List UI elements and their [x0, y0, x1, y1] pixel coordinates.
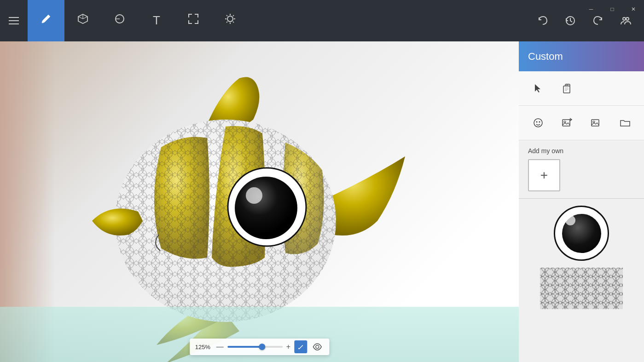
effects-icon [224, 13, 236, 28]
zoom-edit-button[interactable] [294, 340, 307, 353]
panel-import-image-tool[interactable] [586, 113, 606, 133]
svg-line-14 [233, 15, 234, 16]
panel-select-tool[interactable] [528, 78, 548, 98]
panel-tool-row1 [519, 71, 644, 106]
circle-icon [114, 13, 126, 28]
svg-rect-42 [592, 120, 599, 126]
panel-header: Custom [519, 41, 644, 71]
tool-3d-shapes[interactable] [64, 0, 101, 41]
panel-paste-tool[interactable] [557, 78, 578, 98]
zoom-bar: 125% — + [190, 339, 329, 355]
svg-line-12 [226, 15, 227, 16]
window-controls: ─ □ ✕ [580, 0, 644, 18]
canvas-icon [187, 13, 199, 28]
minimize-button[interactable]: ─ [580, 0, 602, 18]
svg-line-3 [83, 17, 87, 19]
panel-texture-list [519, 199, 644, 362]
right-panel: Custom [519, 41, 644, 362]
canvas-area[interactable]: 125% — + [0, 41, 519, 362]
panel-sticker-tool[interactable] [528, 113, 548, 133]
tool-canvas[interactable] [175, 0, 212, 41]
eye-texture-item[interactable] [554, 206, 609, 261]
toolbar: T [0, 0, 644, 41]
zoom-plus-button[interactable]: + [286, 343, 290, 351]
text-icon: T [153, 13, 160, 28]
zoom-thumb[interactable] [259, 344, 265, 350]
zoom-fill [227, 346, 263, 348]
svg-rect-32 [565, 84, 568, 86]
panel-add-section: Add my own + [519, 140, 644, 198]
3d-shape-icon [77, 13, 89, 28]
undo-button[interactable] [529, 7, 557, 34]
panel-title: Custom [528, 51, 563, 63]
svg-point-37 [536, 121, 537, 123]
zoom-minus-button[interactable]: — [216, 343, 224, 351]
tool-brushes[interactable] [28, 0, 64, 41]
zoom-slider[interactable] [227, 346, 283, 348]
svg-point-30 [316, 345, 319, 349]
svg-rect-39 [563, 120, 570, 126]
svg-point-36 [534, 119, 542, 127]
scale-texture-item[interactable] [540, 268, 623, 309]
svg-line-13 [233, 22, 234, 23]
panel-folder-tool[interactable] [615, 113, 635, 133]
svg-line-15 [226, 22, 227, 23]
maximize-button[interactable]: □ [602, 0, 623, 18]
panel-tool-row2 [519, 106, 644, 140]
tool-text[interactable]: T [138, 0, 175, 41]
tool-effects[interactable] [212, 0, 249, 41]
hamburger-menu[interactable] [0, 0, 28, 41]
svg-line-4 [78, 17, 83, 19]
panel-add-button[interactable]: + [528, 159, 560, 191]
panel-add-label: Add my own [528, 147, 635, 155]
zoom-eye-button[interactable] [311, 340, 324, 353]
close-button[interactable]: ✕ [623, 0, 644, 18]
panel-import-3d-tool[interactable] [557, 113, 577, 133]
svg-rect-49 [540, 268, 623, 309]
svg-point-7 [227, 16, 233, 22]
svg-point-28 [235, 177, 297, 239]
zoom-value: 125% [195, 344, 213, 351]
toolbar-tools: T [28, 0, 529, 41]
svg-point-29 [246, 187, 262, 204]
tool-2d-shapes[interactable] [101, 0, 138, 41]
svg-point-38 [539, 121, 540, 123]
history-button[interactable] [557, 7, 584, 34]
brush-icon [40, 13, 52, 28]
